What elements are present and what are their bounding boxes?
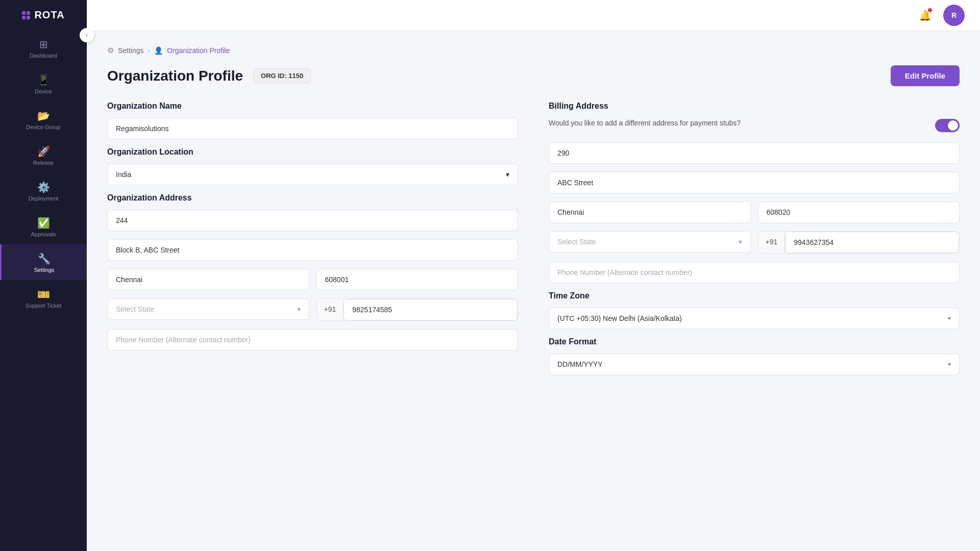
avatar-button[interactable]: R: [943, 5, 965, 26]
sidebar-item-support-ticket[interactable]: 🎫 Support Ticket: [0, 280, 87, 316]
sidebar-item-label: Release: [33, 160, 54, 166]
alt-phone-input[interactable]: [107, 329, 518, 350]
city-zip-row: [107, 269, 518, 290]
city-input[interactable]: [107, 269, 309, 290]
timezone-value: (UTC +05:30) New Delhi (Asia/Kolkata): [557, 314, 682, 322]
chevron-down-icon: ▾: [297, 305, 301, 313]
sidebar-collapse-button[interactable]: ‹: [80, 28, 94, 42]
billing-city-input[interactable]: [549, 202, 751, 223]
app-name: ROTA: [34, 9, 64, 21]
sidebar-item-label: Support Ticket: [26, 303, 61, 309]
billing-street-field: [549, 172, 960, 193]
state-placeholder: Select State: [116, 305, 155, 313]
device-group-icon: 📂: [37, 111, 50, 121]
topbar-actions: 🔔 R: [915, 5, 965, 26]
settings-breadcrumb-icon: ⚙: [107, 46, 114, 55]
edit-profile-button[interactable]: Edit Profile: [891, 65, 960, 86]
phone-input[interactable]: [344, 299, 518, 320]
billing-toggle-switch[interactable]: [935, 119, 960, 132]
breadcrumb-settings[interactable]: Settings: [118, 46, 144, 55]
org-id-value: 1150: [288, 72, 303, 80]
billing-city-zip-row: [549, 202, 960, 223]
sidebar-item-device[interactable]: 📱 Device: [0, 66, 87, 102]
breadcrumb: ⚙ Settings › 👤 Organization Profile: [107, 46, 960, 55]
city-field: [107, 269, 309, 290]
release-icon: 🚀: [37, 146, 50, 157]
billing-alt-phone-field: [549, 262, 960, 283]
sidebar-item-label: Deployment: [29, 195, 59, 202]
phone-wrap: +91: [316, 298, 519, 321]
zip-input[interactable]: [316, 269, 519, 290]
billing-zip-input[interactable]: [758, 202, 960, 223]
sidebar-item-label: Dashboard: [30, 53, 57, 59]
app-logo: ROTA: [0, 0, 87, 30]
settings-icon: 🔧: [38, 254, 51, 264]
date-format-value: DD/MM/YYYY: [557, 360, 603, 368]
phone-field: +91: [316, 298, 519, 321]
org-name-field-group: Organization Name: [107, 102, 518, 139]
org-address-section: Organization Address: [107, 193, 518, 350]
page-header-left: Organization Profile ORG ID: 1150: [107, 68, 311, 84]
alt-phone-field: [107, 329, 518, 350]
chevron-down-icon: ▾: [948, 315, 951, 322]
date-format-dropdown[interactable]: DD/MM/YYYY ▾: [549, 354, 960, 375]
address-number-input[interactable]: [107, 210, 518, 231]
billing-street-input[interactable]: [549, 172, 960, 193]
org-location-field-group: Organization Location India ▾: [107, 147, 518, 185]
billing-state-select[interactable]: Select State ▾: [549, 231, 751, 253]
billing-toggle-text: Would you like to add a different addres…: [549, 118, 741, 129]
support-icon: 🎫: [37, 289, 50, 299]
billing-state-wrap: Select State ▾: [549, 231, 751, 254]
state-phone-row: Select State ▾ +91: [107, 298, 518, 321]
billing-state-phone-row: Select State ▾ +91: [549, 231, 960, 254]
timezone-label: Time Zone: [549, 291, 960, 300]
state-select[interactable]: Select State ▾: [107, 298, 309, 320]
sidebar-item-label: Device: [35, 88, 52, 94]
sidebar-item-deployment[interactable]: ⚙️ Deployment: [0, 173, 87, 209]
billing-number-input[interactable]: [549, 142, 960, 164]
sidebar-nav: ⊞ Dashboard 📱 Device 📂 Device Group 🚀 Re…: [0, 30, 87, 551]
org-id-label: ORG ID:: [261, 72, 287, 80]
phone-prefix: +91: [317, 299, 344, 320]
org-id-badge: ORG ID: 1150: [253, 68, 311, 83]
address-number-field: [107, 210, 518, 231]
billing-phone-prefix: +91: [758, 232, 786, 253]
breadcrumb-icon: 👤: [154, 46, 163, 55]
sidebar-item-settings[interactable]: 🔧 Settings: [0, 244, 87, 280]
chevron-down-icon: ▾: [948, 361, 951, 368]
zip-field: [316, 269, 519, 290]
topbar: 🔔 R: [87, 0, 980, 31]
sidebar-item-label: Device Group: [26, 124, 60, 130]
billing-number-field: [549, 142, 960, 164]
sidebar-item-label: Approvals: [31, 231, 56, 237]
timezone-section: Time Zone (UTC +05:30) New Delhi (Asia/K…: [549, 291, 960, 329]
dashboard-icon: ⊞: [39, 39, 48, 49]
billing-phone-input[interactable]: [785, 232, 959, 253]
org-name-label: Organization Name: [107, 102, 518, 111]
date-format-section: Date Format DD/MM/YYYY ▾: [549, 337, 960, 375]
chevron-down-icon: ▾: [739, 238, 742, 246]
notification-button[interactable]: 🔔: [915, 5, 935, 26]
sidebar: ROTA ⊞ Dashboard 📱 Device 📂 Device Group…: [0, 0, 87, 551]
device-icon: 📱: [37, 75, 50, 85]
sidebar-item-label: Settings: [34, 267, 55, 273]
notification-badge: [928, 8, 932, 12]
org-address-label: Organization Address: [107, 193, 518, 203]
sidebar-item-release[interactable]: 🚀 Release: [0, 137, 87, 173]
chevron-down-icon: ▾: [506, 170, 509, 179]
org-name-input[interactable]: [107, 118, 518, 139]
sidebar-item-dashboard[interactable]: ⊞ Dashboard: [0, 30, 87, 66]
billing-header: Billing Address: [549, 102, 960, 111]
org-location-select[interactable]: India ▾: [107, 164, 518, 185]
page-title: Organization Profile: [107, 68, 243, 84]
address-street-field: [107, 239, 518, 261]
billing-alt-phone-input[interactable]: [549, 262, 960, 283]
timezone-dropdown[interactable]: (UTC +05:30) New Delhi (Asia/Kolkata) ▾: [549, 308, 960, 329]
date-format-label: Date Format: [549, 337, 960, 346]
main-content: ⚙ Settings › 👤 Organization Profile Orga…: [87, 31, 980, 551]
sidebar-item-device-group[interactable]: 📂 Device Group: [0, 102, 87, 137]
org-location-value: India: [116, 170, 131, 179]
billing-phone-wrap: +91: [758, 231, 960, 254]
sidebar-item-approvals[interactable]: ✅ Approvals: [0, 209, 87, 244]
address-street-input[interactable]: [107, 239, 518, 261]
